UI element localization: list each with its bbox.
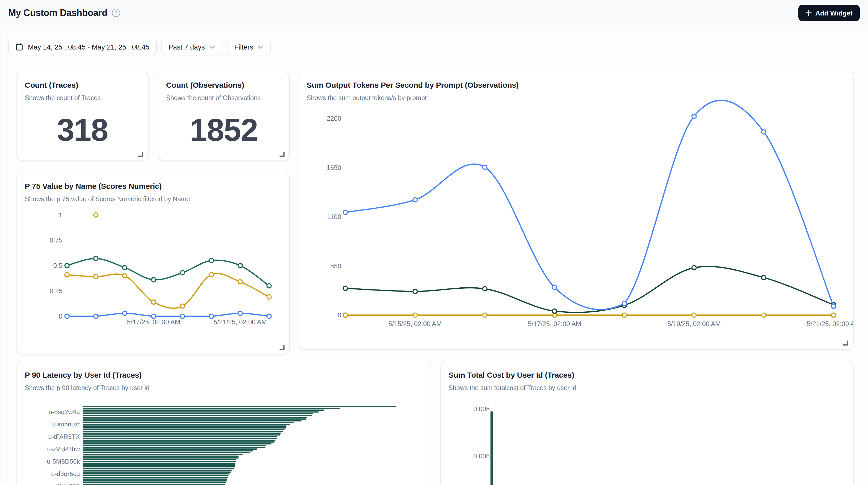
widget-subtitle: Shows the count of Observations (166, 94, 281, 103)
resize-handle-icon[interactable] (279, 345, 284, 350)
dashboard-viewport: My Custom Dashboard i Add Widget May 14,… (0, 0, 868, 485)
latency-bars (83, 406, 396, 485)
cost-bar-chart: 0.0080.006 (441, 361, 853, 485)
p90-bar-chart: u-8sq2w4au-aobnuxfu-tFAR5TXu-zVqP3hwu-5M… (17, 361, 431, 485)
chevron-down-icon (209, 45, 215, 49)
svg-text:5/15/25, 02:00 AM: 5/15/25, 02:00 AM (388, 320, 441, 327)
tokens-line-chart: 05501100165022005/15/25, 02:00 AM5/17/25… (299, 71, 853, 349)
series-3 (94, 213, 98, 217)
svg-text:0: 0 (59, 312, 62, 320)
widget-total-cost: Sum Total Cost by User Id (Traces) Shows… (440, 360, 853, 485)
chevron-down-icon (258, 45, 264, 49)
count-observations-value: 1852 (158, 114, 289, 146)
svg-text:1650: 1650 (327, 164, 341, 171)
svg-text:5/19/25, 02:00 AM: 5/19/25, 02:00 AM (667, 320, 720, 327)
series-0 (343, 313, 836, 317)
svg-text:5/21/25, 02:00 AM: 5/21/25, 02:00 AM (807, 320, 853, 327)
svg-text:1: 1 (59, 211, 62, 218)
range-preset-label: Past 7 days (168, 43, 205, 51)
calendar-icon (16, 43, 23, 51)
widget-subtitle: Shows the count of Traces (25, 94, 140, 103)
svg-text:u-tFAR5TX: u-tFAR5TX (48, 433, 80, 440)
filter-bar: May 14, 25 : 08:45 - May 21, 25 : 08:45 … (8, 39, 271, 55)
svg-text:0: 0 (337, 311, 341, 319)
x-axis-tick-labels: 5/17/25, 02:00 AM5/21/25, 02:00 AM (127, 318, 267, 325)
widget-title: Count (Observations) (166, 80, 281, 90)
svg-text:2200: 2200 (327, 115, 341, 122)
add-widget-button[interactable]: Add Widget (798, 5, 860, 21)
page-title: My Custom Dashboard (8, 7, 107, 18)
count-traces-value: 318 (17, 114, 148, 146)
date-range-label: May 14, 25 : 08:45 - May 21, 25 : 08:45 (28, 43, 149, 51)
p75-line-chart: 00.250.50.7515/17/25, 02:00 AM5/21/25, 0… (17, 172, 289, 354)
widget-count-traces: Count (Traces) Shows the count of Traces… (17, 70, 148, 161)
widget-p75-scores: P 75 Value by Name (Scores Numeric) Show… (17, 172, 289, 355)
widget-count-observations: Count (Observations) Shows the count of … (158, 70, 289, 161)
svg-text:u-8sq2w4a: u-8sq2w4a (49, 408, 80, 415)
svg-text:0.008: 0.008 (473, 405, 490, 412)
svg-text:0.006: 0.006 (473, 452, 490, 459)
widget-p90-latency: P 90 Latency by User Id (Traces) Shows t… (17, 360, 431, 485)
add-widget-label: Add Widget (815, 9, 852, 17)
dashboard-header: My Custom Dashboard i Add Widget (0, 0, 868, 26)
page-left-divider (2, 0, 2, 485)
svg-text:u-8fVa9T3: u-8fVa9T3 (51, 482, 80, 485)
svg-text:0.75: 0.75 (50, 236, 62, 244)
svg-text:0.25: 0.25 (50, 287, 62, 294)
series-2 (65, 311, 271, 318)
resize-handle-icon[interactable] (279, 151, 284, 157)
svg-text:5/21/25, 02:00 AM: 5/21/25, 02:00 AM (214, 318, 267, 325)
cost-bar (490, 411, 493, 485)
svg-text:u-5M8D56k: u-5M8D56k (47, 458, 80, 465)
svg-text:5/17/25, 02:00 AM: 5/17/25, 02:00 AM (528, 320, 581, 327)
svg-text:1100: 1100 (327, 213, 341, 220)
svg-text:u-d3qr5cg: u-d3qr5cg (51, 470, 80, 477)
svg-text:u-zVqP3hw: u-zVqP3hw (47, 445, 80, 452)
resize-handle-icon[interactable] (842, 340, 848, 345)
svg-text:0.5: 0.5 (53, 262, 62, 269)
date-range-picker[interactable]: May 14, 25 : 08:45 - May 21, 25 : 08:45 (8, 39, 157, 55)
y-axis-tick-labels: 0550110016502200 (327, 115, 341, 319)
resize-handle-icon[interactable] (137, 151, 143, 157)
x-axis-tick-labels: 5/15/25, 02:00 AM5/17/25, 02:00 AM5/19/2… (388, 320, 853, 327)
series-1 (343, 266, 836, 313)
filters-label: Filters (234, 43, 253, 51)
plus-icon (806, 10, 812, 16)
svg-text:u-aobnuxf: u-aobnuxf (51, 421, 80, 427)
svg-text:550: 550 (330, 262, 341, 269)
filters-dropdown[interactable]: Filters (227, 39, 271, 55)
info-icon[interactable]: i (112, 9, 120, 17)
user-id-labels: u-8sq2w4au-aobnuxfu-tFAR5TXu-zVqP3hwu-5M… (47, 408, 80, 485)
widget-title: Count (Traces) (25, 80, 140, 90)
widget-output-tokens: Sum Output Tokens Per Second by Prompt (… (298, 70, 853, 350)
range-preset-dropdown[interactable]: Past 7 days (161, 39, 222, 55)
y-axis-tick-labels: 00.250.50.751 (50, 211, 62, 320)
y-axis-tick-labels: 0.0080.006 (473, 405, 490, 460)
svg-text:5/17/25, 02:00 AM: 5/17/25, 02:00 AM (127, 318, 180, 325)
